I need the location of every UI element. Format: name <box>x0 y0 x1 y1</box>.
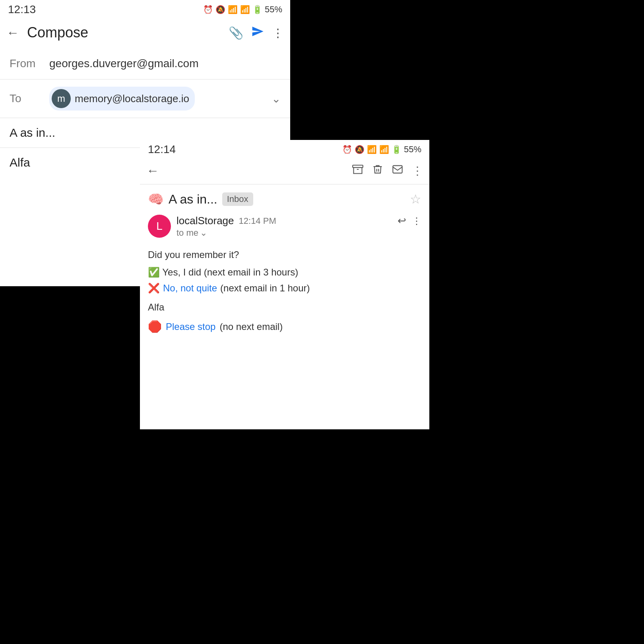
compose-toolbar: ← Compose 📎 ⋮ <box>0 17 290 48</box>
email-body: Did you remember it? ✅ Yes, I did (next … <box>140 242 429 341</box>
please-stop-link[interactable]: Please stop <box>166 320 215 334</box>
email-status-icons: ⏰ 🔕 📶 📶 🔋 55% <box>342 144 421 155</box>
email-time: 12:14 <box>148 143 176 156</box>
from-row: From georges.duverger@gmail.com <box>0 48 290 80</box>
email-icon[interactable] <box>392 164 403 178</box>
from-label: From <box>10 57 49 70</box>
reply-button[interactable]: ↩ <box>398 215 406 227</box>
back-button[interactable]: ← <box>6 25 19 40</box>
email-wifi-icon: 📶 <box>367 145 377 154</box>
email-battery-percent: 55% <box>404 144 421 155</box>
from-value: georges.duverger@gmail.com <box>49 57 281 70</box>
to-chevron-icon[interactable]: ⌄ <box>272 92 281 105</box>
more-options-icon[interactable]: ⋮ <box>272 26 284 40</box>
compose-status-icons: ⏰ 🔕 📶 📶 🔋 55% <box>203 4 282 15</box>
email-panel: 12:14 ⏰ 🔕 📶 📶 🔋 55% ← <box>140 140 429 429</box>
to-label: To <box>10 92 49 105</box>
attachment-icon[interactable]: 📎 <box>229 26 243 40</box>
black-top-right <box>290 0 429 140</box>
email-more-icon[interactable]: ⋮ <box>412 164 423 177</box>
svg-rect-0 <box>353 165 363 168</box>
subject-text: A as in... <box>10 126 55 139</box>
toolbar-actions: 📎 ⋮ <box>229 25 284 41</box>
no-link[interactable]: No, not quite <box>163 281 217 295</box>
sender-to[interactable]: to me ⌄ <box>177 228 392 238</box>
email-subject-row: 🧠 A as in... Inbox ☆ <box>140 184 429 211</box>
svg-rect-1 <box>393 166 402 173</box>
email-status-bar: 12:14 ⏰ 🔕 📶 📶 🔋 55% <box>140 140 429 157</box>
stop-suffix: (no next email) <box>219 320 283 334</box>
wifi-icon: 📶 <box>228 5 238 14</box>
star-button[interactable]: ☆ <box>410 192 421 207</box>
to-me-chevron: ⌄ <box>200 228 207 238</box>
email-back-button[interactable]: ← <box>146 163 159 178</box>
black-bottom-left <box>0 286 140 429</box>
brain-icon: 🧠 <box>148 192 164 207</box>
email-mute-icon: 🔕 <box>355 145 365 154</box>
yes-line: ✅ Yes, I did (next email in 3 hours) <box>148 265 421 279</box>
compose-time: 12:13 <box>8 3 36 16</box>
battery-icon: 🔋 <box>252 5 262 14</box>
sender-more-button[interactable]: ⋮ <box>412 215 421 227</box>
email-subject-title: 🧠 A as in... Inbox <box>148 192 410 207</box>
no-suffix: (next email in 1 hour) <box>220 281 310 295</box>
alfa-text: Alfa <box>148 300 421 314</box>
sender-actions: ↩ ⋮ <box>398 215 421 227</box>
body-text: Alfa <box>10 156 30 169</box>
sender-name-row: localStorage 12:14 PM <box>177 215 392 227</box>
stop-line: 🛑 Please stop (no next email) <box>148 318 421 335</box>
no-line: ❌ No, not quite (next email in 1 hour) <box>148 281 421 295</box>
email-signal-icon: 📶 <box>379 145 389 154</box>
battery-percent: 55% <box>265 4 282 15</box>
no-prefix: ❌ <box>148 281 160 295</box>
email-toolbar: ← <box>140 157 429 184</box>
sender-info: localStorage 12:14 PM to me ⌄ <box>177 215 392 238</box>
inbox-badge: Inbox <box>222 192 253 206</box>
email-sender-row: L localStorage 12:14 PM to me ⌄ ↩ ⋮ <box>140 211 429 242</box>
email-alarm-icon: ⏰ <box>342 145 352 154</box>
send-button[interactable] <box>251 25 264 41</box>
alarm-icon: ⏰ <box>203 5 213 14</box>
recipient-chip[interactable]: m memory@localstorage.io <box>49 87 195 111</box>
delete-icon[interactable] <box>372 164 383 178</box>
yes-text: ✅ Yes, I did (next email in 3 hours) <box>148 265 298 279</box>
to-me-label: to me <box>177 228 198 238</box>
mute-icon: 🔕 <box>215 5 225 14</box>
archive-icon[interactable] <box>352 164 363 178</box>
recipient-email: memory@localstorage.io <box>75 93 189 105</box>
did-you-remember: Did you remember it? <box>148 248 421 262</box>
email-toolbar-right: ⋮ <box>352 164 423 178</box>
to-row[interactable]: To m memory@localstorage.io ⌄ <box>0 80 290 118</box>
email-battery-icon: 🔋 <box>392 145 402 154</box>
sender-name: localStorage <box>177 215 234 227</box>
recipient-avatar: m <box>52 89 71 108</box>
signal-icon: 📶 <box>240 5 250 14</box>
email-subject-text: A as in... <box>169 192 217 207</box>
sender-time: 12:14 PM <box>239 216 276 226</box>
stop-icon: 🛑 <box>148 318 162 335</box>
compose-status-bar: 12:13 ⏰ 🔕 📶 📶 🔋 55% <box>0 0 290 17</box>
compose-title: Compose <box>27 24 229 41</box>
sender-avatar: L <box>148 215 171 238</box>
